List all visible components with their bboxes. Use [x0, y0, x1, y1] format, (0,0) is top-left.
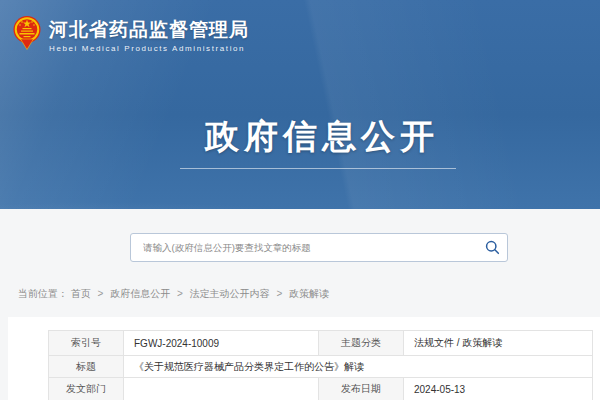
- title-underline: [180, 168, 456, 169]
- title-label: 标题: [49, 356, 124, 378]
- content-area: 当前位置： 首页 > 政府信息公开 > 法定主动公开内容 > 政策解读 索引号 …: [0, 209, 600, 400]
- breadcrumb-item-gov-info[interactable]: 政府信息公开: [110, 288, 170, 299]
- agency-name-en: Hebei Medical Products Administration: [49, 44, 249, 53]
- index-label: 索引号: [49, 331, 124, 356]
- table-row-department-date: 发文部门 发布日期 2024-05-13: [49, 378, 593, 400]
- category-value: 法规文件 / 政策解读: [404, 331, 593, 356]
- site-header: 河北省药品监督管理局 Hebei Medical Products Admini…: [0, 0, 600, 209]
- breadcrumb-item-policy-interpretation[interactable]: 政策解读: [289, 288, 329, 299]
- document-info-table: 索引号 FGWJ-2024-10009 主题分类 法规文件 / 政策解读 标题 …: [48, 330, 593, 400]
- agency-name: 河北省药品监督管理局: [49, 19, 249, 41]
- breadcrumb-separator: >: [276, 288, 282, 299]
- china-national-emblem-icon: [13, 9, 41, 59]
- breadcrumb-separator: >: [177, 288, 183, 299]
- table-row-index: 索引号 FGWJ-2024-10009 主题分类 法规文件 / 政策解读: [49, 331, 593, 356]
- date-label: 发布日期: [319, 378, 404, 400]
- breadcrumb-item-statutory-disclosure[interactable]: 法定主动公开内容: [190, 288, 270, 299]
- page-title: 政府信息公开: [205, 114, 439, 160]
- category-label: 主题分类: [319, 331, 404, 356]
- breadcrumb-separator: >: [98, 288, 104, 299]
- search-input[interactable]: [131, 234, 477, 261]
- department-label: 发文部门: [49, 378, 124, 400]
- breadcrumb: 当前位置： 首页 > 政府信息公开 > 法定主动公开内容 > 政策解读: [18, 287, 329, 301]
- index-value: FGWJ-2024-10009: [124, 331, 319, 356]
- search-bar: [130, 233, 508, 262]
- table-row-title: 标题 《关于规范医疗器械产品分类界定工作的公告》解读: [49, 356, 593, 378]
- date-value: 2024-05-13: [404, 378, 593, 400]
- breadcrumb-item-home[interactable]: 首页: [71, 288, 91, 299]
- document-title: 《关于规范医疗器械产品分类界定工作的公告》解读: [124, 356, 593, 378]
- breadcrumb-prefix: 当前位置：: [18, 288, 68, 299]
- page: 河北省药品监督管理局 Hebei Medical Products Admini…: [0, 0, 600, 400]
- site-brand[interactable]: 河北省药品监督管理局 Hebei Medical Products Admini…: [13, 9, 249, 59]
- search-button[interactable]: [477, 234, 507, 261]
- document-card: 索引号 FGWJ-2024-10009 主题分类 法规文件 / 政策解读 标题 …: [8, 317, 600, 400]
- department-value: [124, 378, 319, 400]
- brand-text: 河北省药品监督管理局 Hebei Medical Products Admini…: [49, 9, 249, 53]
- search-icon: [485, 240, 500, 255]
